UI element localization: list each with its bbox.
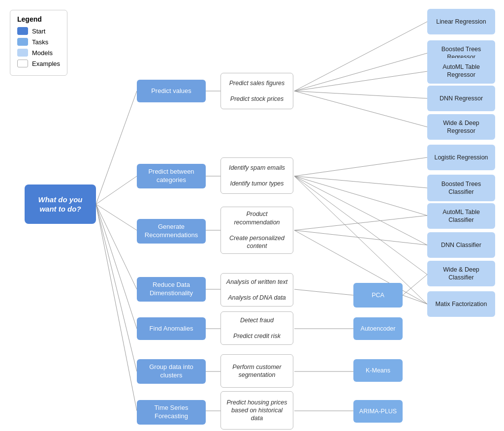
svg-line-17 [294,176,427,245]
example-spam-label: Identify spam emailsIdentify tumor types [229,164,285,188]
example-rec: ProductrecommendationCreate personalized… [220,207,293,254]
svg-line-0 [96,91,137,204]
svg-line-5 [96,204,137,371]
model-wide-deep-cls-label: Wide & DeepClassifier [443,266,479,282]
model-linear-reg[interactable]: Linear Regression [427,9,495,34]
model-dnn-reg-label: DNN Regressor [440,94,483,102]
model-matrix-fact-label: Matix Factorization [436,300,487,308]
task-group-clusters-label: Group data intoclusters [149,363,193,380]
model-kmeans[interactable]: K-Means [353,359,403,382]
example-cluster: Perform customersegmentation [220,354,293,388]
model-wide-deep-cls[interactable]: Wide & DeepClassifier [427,261,495,286]
svg-line-23 [294,230,427,245]
model-dnn-cls[interactable]: DNN Classifier [427,232,495,258]
svg-line-14 [294,157,427,176]
task-generate-rec-label: GenerateRecommendations [145,223,198,240]
example-predict-values: Predict sales figuresPredict stock price… [220,73,293,109]
model-kmeans-label: K-Means [366,367,390,374]
task-predict-values[interactable]: Predict values [137,80,206,102]
task-reduce-dim[interactable]: Reduce DataDimenstionality [137,277,206,302]
model-automl-cls[interactable]: AutoML TableClassifier [427,203,495,229]
start-label: What do youwant to do? [38,195,83,214]
svg-line-27 [403,295,427,304]
task-predict-between-label: Predict betweencategories [148,168,194,185]
svg-line-25 [294,289,353,295]
task-reduce-dim-label: Reduce DataDimenstionality [150,281,193,298]
model-arima[interactable]: ARIMA-PLUS [353,400,403,423]
model-logistic-reg[interactable]: Logistic Regression [427,145,495,170]
legend-color-examples [17,60,28,67]
svg-line-2 [96,204,137,230]
svg-line-16 [294,176,427,216]
model-autoencoder[interactable]: Autoencoder [353,317,403,340]
svg-line-9 [294,53,427,91]
legend: Legend Start Tasks Models Examples [10,10,67,76]
model-dnn-reg[interactable]: DNN Regressor [427,86,495,111]
svg-line-3 [96,204,137,289]
svg-line-26 [403,275,427,295]
legend-title: Legend [17,15,60,23]
legend-label-models: Models [32,49,53,57]
example-spam: Identify spam emailsIdentify tumor types [220,157,293,194]
legend-label-tasks: Tasks [32,38,48,46]
model-wide-deep-reg-label: Wide & DeepRegressor [443,119,479,135]
example-predict-values-label: Predict sales figuresPredict stock price… [229,79,285,103]
legend-item-models: Models [17,49,60,57]
svg-line-10 [294,71,427,91]
task-find-anomalies[interactable]: Find Anomalies [137,317,206,340]
model-automl-reg[interactable]: AutoML TableRegressor [427,58,495,84]
example-dim: Analysis of written textAnalysis of DNA … [220,273,293,307]
legend-label-start: Start [32,28,45,35]
legend-item-tasks: Tasks [17,38,60,46]
task-time-series-label: Time SeriesForecasting [155,404,189,421]
model-autoencoder-label: Autoencoder [361,325,396,333]
model-boosted-cls-label: Boosted TreesClassifier [441,180,481,196]
svg-line-15 [294,176,427,188]
example-dim-label: Analysis of written textAnalysis of DNA … [226,278,287,302]
task-predict-values-label: Predict values [151,87,191,95]
model-matrix-fact[interactable]: Matix Factorization [427,291,495,317]
svg-line-11 [294,91,427,98]
legend-label-examples: Examples [32,60,60,67]
example-ts: Predict housing pricesbased on historica… [220,391,293,430]
task-group-clusters[interactable]: Group data intoclusters [137,359,206,384]
svg-line-12 [294,91,427,127]
model-automl-cls-label: AutoML TableClassifier [442,208,480,224]
model-linear-reg-label: Linear Regression [436,18,486,26]
example-anomaly: Detect fraudPredict credit risk [220,311,293,345]
example-ts-label: Predict housing pricesbased on historica… [227,399,287,423]
task-generate-rec[interactable]: GenerateRecommendations [137,219,206,244]
svg-line-1 [96,176,137,204]
model-automl-reg-label: AutoML TableRegressor [442,63,480,79]
legend-color-models [17,49,28,57]
svg-line-6 [96,204,137,411]
example-cluster-label: Perform customersegmentation [232,363,281,379]
start-node: What do youwant to do? [25,185,96,224]
task-find-anomalies-label: Find Anomalies [150,325,193,333]
example-anomaly-label: Detect fraudPredict credit risk [233,316,281,340]
legend-item-examples: Examples [17,60,60,67]
model-logistic-reg-label: Logistic Regression [434,154,488,161]
model-wide-deep-reg[interactable]: Wide & DeepRegressor [427,114,495,140]
task-predict-between[interactable]: Predict betweencategories [137,164,206,188]
model-boosted-cls[interactable]: Boosted TreesClassifier [427,175,495,201]
svg-line-8 [294,22,427,91]
model-dnn-cls-label: DNN Classifier [441,241,481,249]
task-time-series[interactable]: Time SeriesForecasting [137,400,206,425]
example-rec-label: ProductrecommendationCreate personalized… [229,210,284,250]
model-arima-label: ARIMA-PLUS [359,407,397,415]
legend-color-tasks [17,38,28,46]
model-pca-label: PCA [372,291,384,299]
svg-line-18 [294,176,427,275]
legend-item-start: Start [17,27,60,35]
svg-line-4 [96,204,137,329]
svg-line-22 [294,216,427,230]
legend-color-start [17,27,28,35]
model-pca[interactable]: PCA [353,283,403,308]
